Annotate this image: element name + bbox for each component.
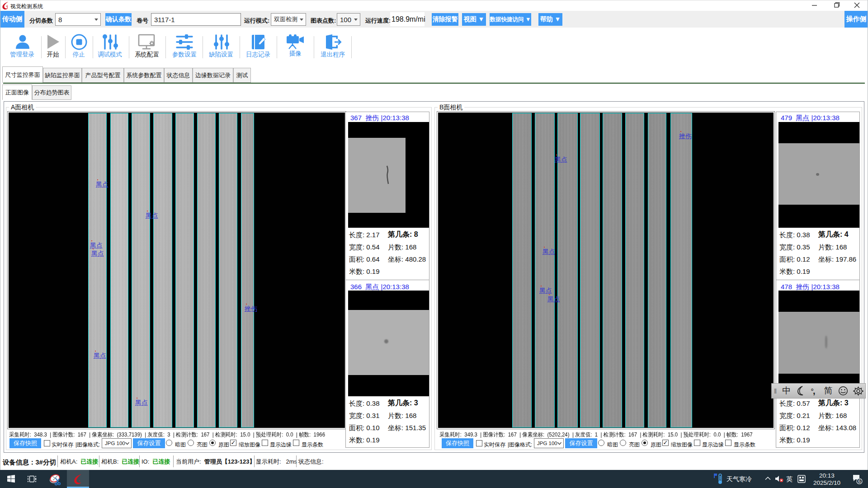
svg-text:6: 6	[858, 479, 861, 484]
